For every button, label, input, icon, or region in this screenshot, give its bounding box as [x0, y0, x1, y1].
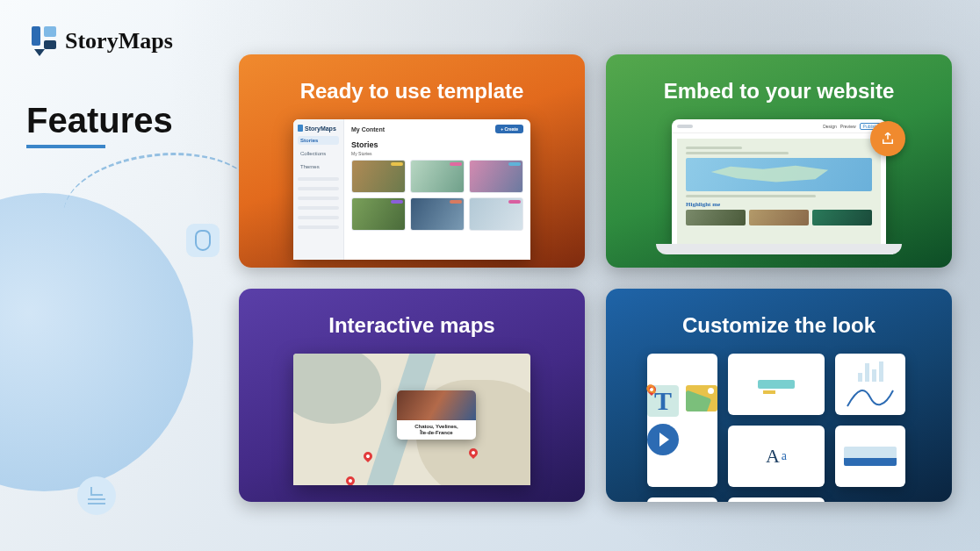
embed-laptop: Design Preview Publish Highlight me: [656, 119, 902, 260]
embed-map-image: [686, 158, 872, 191]
tile-separator-icon: [728, 354, 825, 415]
map-pin-icon: [344, 475, 357, 485]
feature-card-customize: Customize the look T Aa: [606, 289, 952, 502]
brand-name: StoryMaps: [65, 28, 173, 54]
play-icon: [647, 424, 679, 455]
create-button: + Create: [495, 125, 523, 133]
brand-logo-mark: [32, 26, 56, 56]
font-sample-upper: A: [766, 445, 780, 468]
toolbar-item-design: Design: [823, 124, 837, 129]
feature-card-maps: Interactive maps Chatou, Yvelines, Île-d…: [239, 289, 585, 502]
story-thumbnail: [410, 197, 465, 231]
template-sidebar: StoryMaps Stories Collections Themes: [293, 119, 344, 260]
sidebar-item-collections: Collections: [298, 149, 339, 158]
brand-logo: StoryMaps: [32, 26, 173, 56]
feature-card-embed: Embed to your website Design Preview Pub…: [606, 54, 952, 268]
template-section-title: Stories: [351, 140, 523, 149]
story-thumbnail: [351, 197, 406, 231]
tile-media-iconset: T: [647, 354, 717, 487]
share-icon: [870, 121, 905, 156]
map-pin-icon: [362, 450, 374, 462]
tile-partial: [647, 497, 717, 502]
page-title: Features: [26, 101, 173, 140]
embed-highlight-label: Highlight me: [686, 201, 872, 208]
tile-color-swatch: [835, 426, 905, 487]
decorative-pin-badge: [186, 224, 220, 257]
image-icon: [686, 385, 717, 411]
feature-card-template: Ready to use template StoryMaps Stories …: [239, 54, 585, 268]
interactive-map-preview: Chatou, Yvelines, Île-de-France: [293, 354, 530, 485]
toolbar-item-preview: Preview: [840, 124, 856, 129]
template-mini-logo: StoryMaps: [298, 125, 339, 132]
template-main: My Content + Create Stories My Stories: [344, 119, 530, 260]
decorative-text-badge: [77, 476, 116, 515]
embed-screen: Design Preview Publish Highlight me: [672, 119, 886, 244]
story-thumbnail: [351, 160, 406, 193]
map-popup-region: Île-de-France: [400, 430, 473, 436]
feature-card-title: Ready to use template: [300, 79, 524, 104]
template-nav-header: My Content: [351, 126, 385, 132]
story-thumbnail: [469, 197, 523, 231]
embed-page: Highlight me: [677, 139, 881, 244]
feature-card-title: Embed to your website: [664, 79, 895, 104]
font-sample-lower: a: [782, 449, 787, 463]
page-title-underline: [26, 145, 105, 148]
embed-toolbar: Design Preview Publish: [672, 119, 886, 133]
story-thumbnail: [469, 160, 523, 193]
feature-grid: Ready to use template StoryMaps Stories …: [239, 54, 952, 528]
tile-chart-icon: [835, 354, 905, 415]
feature-card-title: Customize the look: [682, 313, 876, 338]
feature-card-title: Interactive maps: [328, 313, 494, 338]
customize-tiles: T Aa: [647, 354, 911, 494]
tile-partial: [728, 497, 825, 502]
map-popup-image: [397, 390, 476, 420]
story-thumbnail: [410, 160, 465, 193]
template-dashboard-preview: StoryMaps Stories Collections Themes My …: [293, 119, 530, 260]
template-thumbnails: [351, 160, 523, 231]
sidebar-item-stories: Stories: [298, 136, 339, 145]
sidebar-item-themes: Themes: [298, 162, 339, 171]
map-popup: Chatou, Yvelines, Île-de-France: [397, 390, 476, 440]
template-section-sub: My Stories: [351, 151, 523, 156]
tile-font-sample: Aa: [728, 426, 825, 487]
laptop-base: [656, 244, 902, 254]
